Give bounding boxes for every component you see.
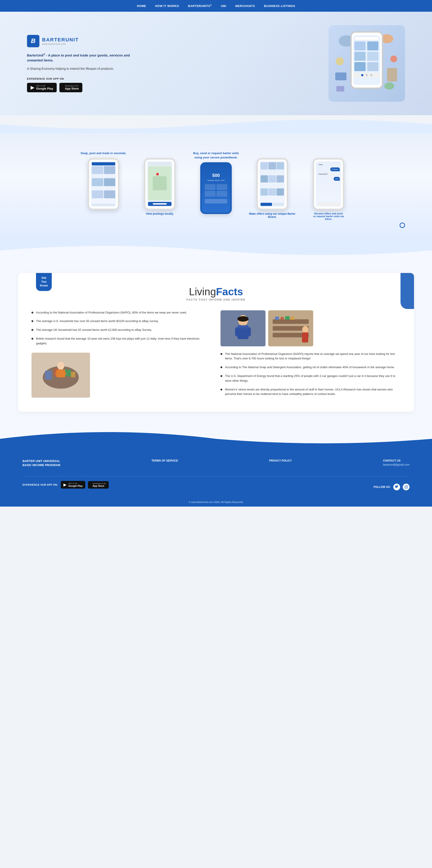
- nav-merchants[interactable]: MERCHANTS: [235, 4, 255, 8]
- how-section: Snap, post and trade in seconds.: [0, 133, 432, 241]
- hero-left: B BARTERUNIT www.barterunit.com BarterUn…: [27, 35, 130, 92]
- instagram-icon[interactable]: [403, 484, 409, 490]
- step-3-caption: Buy, send or request barter units using …: [191, 151, 241, 159]
- svg-rect-2: [335, 72, 346, 80]
- svg-rect-43: [281, 317, 284, 320]
- svg-rect-23: [45, 371, 52, 380]
- step-2: View postings locally.: [135, 151, 185, 215]
- svg-point-18: [390, 56, 397, 62]
- footer-contact-email: barterunit@gmail.com: [383, 463, 409, 466]
- svg-point-19: [384, 82, 394, 90]
- svg-rect-3: [387, 68, 397, 82]
- pocketbook-amount: 500: [212, 173, 220, 178]
- svg-rect-6: [354, 37, 379, 40]
- fact-1: According to the National Association of…: [31, 310, 212, 315]
- svg-point-17: [336, 57, 344, 65]
- footer-terms[interactable]: TERMS OF SERVICE: [151, 459, 178, 462]
- google-play-icon: ▶: [31, 85, 34, 90]
- svg-point-50: [407, 486, 407, 487]
- twitter-icon[interactable]: [393, 484, 400, 490]
- footer-app-buttons: EXPERIENCE OUR APP ON: ▶ GET IT ON Googl…: [23, 481, 109, 489]
- footer-google-play-button[interactable]: ▶ GET IT ON Google Play: [61, 481, 86, 489]
- fact-bullet: [31, 312, 33, 313]
- facts-content: According to the National Association of…: [31, 310, 401, 401]
- svg-rect-30: [62, 373, 66, 375]
- svg-rect-42: [275, 317, 279, 320]
- fact-7: The U.S. Department of Energy found that…: [220, 374, 401, 383]
- step-5: Hello Hi there! Interested? Yes! Receive…: [304, 151, 353, 220]
- facts-title-bold: Facts: [216, 286, 243, 298]
- footer-privacy[interactable]: PRIVACY POLICY: [269, 459, 292, 462]
- svg-rect-7: [354, 41, 366, 51]
- svg-point-27: [57, 362, 64, 370]
- brand-logo-text: BARTERUNIT www.barterunit.com: [42, 37, 79, 45]
- logo-icon: B: [27, 35, 39, 47]
- wave-divider-2: [0, 242, 432, 259]
- svg-point-36: [237, 316, 249, 321]
- fact-text-2: The average U.S. household has over 50 u…: [36, 319, 159, 323]
- fact-bullet: [31, 329, 33, 331]
- fact-bullet: [31, 320, 33, 322]
- svg-rect-39: [273, 319, 309, 324]
- fact-3: The average UK household has 42 unused i…: [31, 328, 212, 332]
- step-1-phone: [88, 158, 119, 210]
- facts-left-col: According to the National Association of…: [31, 310, 212, 401]
- svg-point-46: [302, 326, 308, 333]
- app-store-button[interactable]: Download on the App Store: [59, 83, 82, 92]
- svg-rect-9: [354, 52, 366, 61]
- brand-logo: B BARTERUNIT www.barterunit.com: [27, 35, 130, 47]
- step-3: Buy, send or request barter units using …: [191, 151, 241, 214]
- step-1-caption: Snap, post and trade in seconds.: [81, 151, 126, 155]
- svg-rect-29: [55, 373, 59, 375]
- brand-url: www.barterunit.com: [42, 43, 79, 45]
- step-2-bottom: View postings locally.: [146, 212, 174, 215]
- footer-contact: CONTACT US barterunit@gmail.com: [383, 459, 409, 466]
- nav-business-listings[interactable]: BUSINESS LISTINGS: [264, 4, 295, 8]
- step-1: Snap, post and trade in seconds.: [79, 151, 128, 210]
- svg-rect-10: [367, 52, 378, 61]
- footer-bottom-left: EXPERIENCE OUR APP ON: ▶ GET IT ON Googl…: [23, 481, 109, 493]
- footer-copyright: © www.BarterUnit.com 2020. All Rights Re…: [0, 498, 432, 506]
- fact-5: The National Association of Professional…: [220, 352, 401, 361]
- fact-8: Women's' stress levels are directly prop…: [220, 387, 401, 397]
- svg-point-49: [405, 486, 407, 488]
- navbar: HOME HOW IT WORKS BARTERUNITS® UBI MERCH…: [0, 0, 432, 12]
- wave-divider-1: [0, 115, 432, 133]
- step-4-phone: [256, 158, 288, 210]
- experience-label: EXPERIENCE OUR APP ON: [27, 78, 130, 80]
- facts-image-person: [220, 310, 266, 346]
- footer-app-store-button[interactable]: Download on the App Store: [88, 481, 109, 489]
- step-2-phone: [144, 158, 176, 210]
- hero-tagline: BarterUnit® - A place to post and trade …: [27, 53, 130, 63]
- hero-section: B BARTERUNIT www.barterunit.com BarterUn…: [0, 12, 432, 115]
- fact-2: The average U.S. household has over 50 u…: [31, 319, 212, 323]
- facts-image-clutter: [268, 310, 313, 346]
- step-4-caption: [272, 151, 273, 155]
- nav-barterunits[interactable]: BARTERUNITS®: [188, 4, 212, 8]
- footer-top: BARTER UNIT UNIVERSAL BASIC INCOME PROGR…: [23, 459, 409, 467]
- footer-follow: FOLLOW US:: [373, 484, 409, 490]
- step-4-bottom: Make offers using our unique Barter Boar…: [247, 212, 297, 219]
- svg-rect-20: [336, 86, 344, 92]
- svg-point-14: [361, 74, 363, 76]
- footer: BARTER UNIT UNIVERSAL BASIC INCOME PROGR…: [0, 448, 432, 498]
- app-store-big: App Store: [65, 87, 79, 90]
- wave-divider-3: [0, 425, 432, 448]
- fact-bullet: [31, 338, 33, 340]
- fact-text-6: According to The National Soap and Deter…: [225, 365, 395, 370]
- svg-rect-37: [237, 325, 249, 328]
- svg-rect-11: [354, 62, 366, 71]
- nav-ubi[interactable]: UBI: [221, 4, 226, 8]
- step-4: Make offers using our unique Barter Boar…: [247, 151, 297, 218]
- nav-how-it-works[interactable]: HOW IT WORKS: [155, 4, 179, 8]
- step-5-bottom: Receive offers and send or request barte…: [313, 212, 344, 220]
- step-3-phone: 500 Available Barter Units: [200, 162, 232, 214]
- step-5-caption: [328, 151, 329, 155]
- how-steps: Snap, post and trade in seconds.: [13, 151, 419, 220]
- facts-image-left: [31, 353, 90, 398]
- hero-sub: A Sharing Economy helping to extend the …: [27, 66, 130, 71]
- step-5-phone: Hello Hi there! Interested? Yes!: [313, 158, 344, 210]
- nav-home[interactable]: HOME: [137, 4, 146, 8]
- google-play-button[interactable]: ▶ GET IT ON Google Play: [27, 83, 57, 92]
- facts-subtitle: FACTS THAT INFORM AND INSPIRE: [31, 298, 401, 301]
